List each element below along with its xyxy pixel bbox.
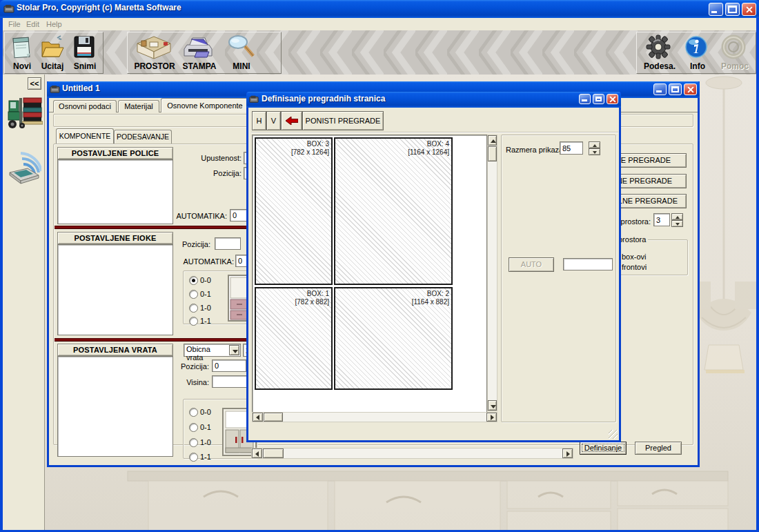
minimize-button[interactable]: [709, 3, 723, 16]
canvas-vscroll-thumb[interactable]: [488, 146, 497, 161]
box1-name: BOX: 1: [307, 290, 329, 297]
vrata-type-dropdown[interactable]: Obicna vrata: [184, 344, 241, 357]
canvas-vertical-scrollbar[interactable]: [487, 135, 497, 411]
vrata-radio-0-1-label: 0-1: [200, 422, 211, 432]
menu-edit[interactable]: Edit: [26, 19, 39, 29]
ponisti-pregrade-button[interactable]: PONISTI PREGRADE: [302, 111, 384, 130]
menu-file[interactable]: File: [8, 19, 21, 29]
fioke-radio-0-1[interactable]: [189, 290, 198, 299]
doc-maximize-button[interactable]: [669, 83, 682, 95]
maximize-button[interactable]: [725, 3, 740, 16]
minimize-icon: [711, 11, 717, 13]
box3-name: BOX: 3: [307, 140, 329, 148]
police-pozicija-label: Pozicija:: [186, 168, 241, 178]
definisanje-button[interactable]: Definisanje: [580, 442, 627, 455]
prostor-button-label: PROSTOR: [133, 61, 176, 71]
chevron-down-icon: [233, 350, 238, 353]
partition-box-3[interactable]: BOX: 3[782 x 1264]: [255, 137, 333, 285]
info-button[interactable]: Info: [682, 34, 713, 72]
scale-field[interactable]: [560, 141, 583, 155]
new-button[interactable]: Novi: [8, 34, 37, 72]
red-back-arrow-icon: [286, 117, 298, 125]
canvas-scroll-down-button[interactable]: [488, 400, 497, 411]
open-button[interactable]: Ucitaj: [38, 34, 67, 72]
open-button-label: Ucitaj: [38, 61, 67, 71]
vrata-header: POSTAVLJENA VRATA: [57, 344, 173, 356]
group-item-frontovi[interactable]: frontovi: [622, 262, 647, 272]
pomoc-button[interactable]: Pomoc: [717, 34, 753, 72]
subtab-komponente[interactable]: KOMPONENTE: [56, 128, 114, 144]
canvas-hscroll-thumb[interactable]: [264, 413, 283, 422]
stampa-button[interactable]: STAMPA: [180, 34, 219, 72]
partition-box-2[interactable]: BOX: 2[1164 x 882]: [334, 287, 453, 390]
scanner-button[interactable]: [7, 149, 41, 185]
vrata-radio-0-1[interactable]: [189, 423, 198, 432]
sidebar-collapse-button[interactable]: <<: [28, 77, 41, 90]
pregled-button[interactable]: Pregled: [635, 442, 682, 455]
partition-box-4[interactable]: BOX: 4[1164 x 1264]: [334, 137, 453, 285]
resize-grip[interactable]: [609, 430, 618, 439]
prostora-spin-up[interactable]: [671, 213, 683, 220]
dialog-minimize-button[interactable]: [579, 94, 591, 104]
prostora-spin-down[interactable]: [671, 220, 683, 227]
scale-spin-up[interactable]: [589, 141, 600, 148]
group-item-boxovi[interactable]: box-ovi: [622, 252, 646, 262]
podesa-button[interactable]: Podesa.: [641, 34, 678, 72]
horizontal-split-button[interactable]: H: [252, 111, 266, 130]
scale-spin-down[interactable]: [589, 148, 600, 155]
save-button[interactable]: Snimi: [70, 34, 100, 72]
vrata-radio-1-0[interactable]: [189, 438, 198, 447]
canvas-scroll-up-button[interactable]: [488, 135, 497, 146]
auto-field[interactable]: [563, 258, 613, 270]
visina-field[interactable]: [212, 375, 250, 388]
tab-osnovne-komponente[interactable]: Osnovne Komponente: [161, 98, 249, 112]
canvas-scroll-right-button[interactable]: [486, 413, 497, 422]
vrata-radio-0-0[interactable]: [189, 408, 198, 417]
fioke-radio-1-0[interactable]: [189, 304, 198, 313]
doc-horizontal-scrollbar[interactable]: [251, 448, 573, 459]
vrata-radio-1-1[interactable]: [189, 453, 198, 462]
stampa-button-label: STAMPA: [180, 61, 219, 71]
vertical-split-button[interactable]: V: [266, 111, 281, 130]
mini-button[interactable]: MINI: [224, 34, 259, 72]
vrata-listbox[interactable]: [57, 356, 173, 457]
police-listbox[interactable]: [57, 159, 173, 224]
app-title: Stolar Pro, Copyright (c) Maretta Softwa…: [17, 3, 181, 12]
partition-box-1[interactable]: BOX: 1[782 x 882]: [255, 287, 333, 390]
fioke-radio-0-0[interactable]: [189, 276, 198, 285]
vrata-pozicija-field[interactable]: [212, 359, 246, 372]
dropdown-arrow-button[interactable]: [229, 345, 239, 355]
scroll-left-button[interactable]: [252, 449, 262, 458]
scroll-thumb[interactable]: [263, 449, 284, 458]
toolbar-separator: [251, 132, 618, 132]
toolbar-settings-group: Podesa. Info Pomoc: [636, 32, 756, 74]
subtab-podesavanje[interactable]: PODESAVANJE: [114, 130, 172, 144]
dialog-maximize-button[interactable]: [593, 94, 604, 104]
dialog-maximize-icon: [595, 97, 602, 101]
fioke-pozicija-field[interactable]: [215, 237, 241, 250]
doc-minimize-button[interactable]: [653, 83, 667, 95]
box2-dims: [1164 x 882]: [412, 298, 449, 306]
menu-help[interactable]: Help: [46, 19, 62, 29]
vrata-radio-1-1-label: 1-1: [200, 452, 211, 462]
tab-materijal[interactable]: Materijal: [118, 100, 159, 112]
auto-button[interactable]: AUTO: [509, 257, 554, 272]
fioke-listbox[interactable]: [57, 244, 173, 335]
prostora-field[interactable]: [653, 213, 670, 226]
canvas-scroll-left-button[interactable]: [253, 413, 263, 422]
scroll-right-button[interactable]: [562, 449, 573, 458]
fioke-radio-1-1[interactable]: [189, 317, 198, 326]
forklift-button[interactable]: [6, 92, 43, 135]
undo-split-button[interactable]: [281, 111, 302, 130]
prostor-button[interactable]: PROSTOR: [133, 34, 176, 72]
dialog-titlebar: Definisanje pregradnih stranica: [246, 92, 621, 108]
canvas-horizontal-scrollbar[interactable]: [252, 412, 497, 422]
spin-down-icon: [676, 223, 680, 226]
tab-osnovni-podaci[interactable]: Osnovni podaci: [53, 100, 117, 112]
partition-canvas[interactable]: BOX: 3[782 x 1264] BOX: 4[1164 x 1264] B…: [252, 135, 487, 413]
close-button[interactable]: [742, 3, 756, 16]
dialog-right-panel: Razmera prikaza: AUTO: [501, 135, 616, 422]
dialog-close-button[interactable]: [607, 94, 618, 104]
doc-close-button[interactable]: [684, 83, 697, 95]
fioke-pozicija-label: Pozicija:: [176, 239, 210, 249]
